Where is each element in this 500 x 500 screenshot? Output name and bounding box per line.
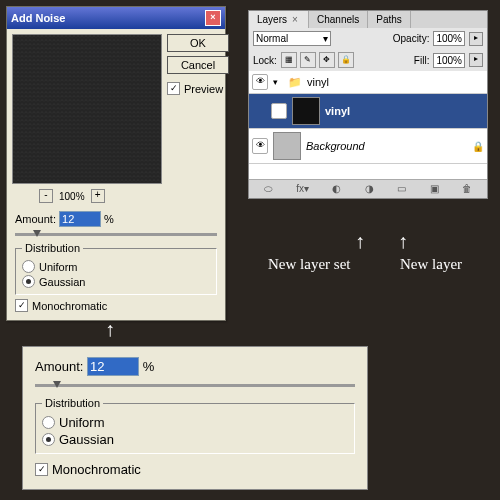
blend-mode-select[interactable]: Normal▾ (253, 31, 331, 46)
close-icon[interactable]: × (290, 14, 300, 25)
distribution-group: Distribution Uniform Gaussian (15, 242, 217, 295)
amount-label: Amount: (35, 359, 83, 374)
dialog-titlebar[interactable]: Add Noise × (7, 7, 225, 29)
uniform-radio[interactable] (42, 416, 55, 429)
distribution-legend: Distribution (22, 242, 83, 254)
visibility-icon[interactable]: 👁 (252, 138, 268, 154)
dialog-title: Add Noise (11, 12, 65, 24)
gaussian-radio[interactable] (42, 433, 55, 446)
layer-row-vinyl[interactable]: 👁 vinyl (249, 94, 487, 129)
lock-transparency-icon[interactable]: ▦ (281, 52, 297, 68)
annotation-new-layer: New layer (400, 256, 462, 273)
monochromatic-checkbox[interactable]: ✓ (15, 299, 28, 312)
ok-button[interactable]: OK (167, 34, 229, 52)
add-noise-dialog: Add Noise × - 100% + OK Cancel ✓ Preview… (6, 6, 226, 321)
noise-preview (12, 34, 162, 184)
layer-row-background[interactable]: 👁 Background 🔒 (249, 129, 487, 164)
amount-input[interactable]: 12 (59, 211, 101, 227)
adjustment-icon[interactable]: ◑ (365, 183, 374, 195)
distribution-legend: Distribution (42, 397, 103, 409)
lock-label: Lock: (253, 55, 277, 66)
amount-slider[interactable] (35, 384, 355, 387)
amount-unit: % (143, 359, 155, 374)
tab-layers[interactable]: Layers× (249, 11, 309, 28)
mask-icon[interactable]: ◐ (332, 183, 341, 195)
panel-footer: ⬭ fx▾ ◐ ◑ ▭ ▣ 🗑 (249, 179, 487, 198)
new-set-icon[interactable]: ▭ (397, 183, 406, 195)
lock-position-icon[interactable]: ✥ (319, 52, 335, 68)
zoomed-detail: Amount: 12 % Distribution Uniform Gaussi… (22, 346, 368, 490)
opacity-label: Opacity: (393, 33, 430, 44)
zoom-out-button[interactable]: - (39, 189, 53, 203)
fill-input[interactable]: 100% (433, 53, 465, 68)
cancel-button[interactable]: Cancel (167, 56, 229, 74)
opacity-flyout-button[interactable]: ▸ (469, 32, 483, 46)
tab-paths[interactable]: Paths (368, 11, 411, 28)
amount-label: Amount: (15, 213, 56, 225)
monochromatic-checkbox[interactable]: ✓ (35, 463, 48, 476)
layer-thumbnail (292, 97, 320, 125)
visibility-icon[interactable]: 👁 (252, 74, 268, 90)
opacity-input[interactable]: 100% (433, 31, 465, 46)
zoom-level: 100% (59, 191, 85, 202)
arrow-icon: ↑ (105, 318, 115, 341)
lock-paint-icon[interactable]: ✎ (300, 52, 316, 68)
uniform-radio[interactable] (22, 260, 35, 273)
layers-panel: Layers× Channels Paths Normal▾ Opacity: … (248, 10, 488, 199)
zoom-in-button[interactable]: + (91, 189, 105, 203)
fill-flyout-button[interactable]: ▸ (469, 53, 483, 67)
amount-unit: % (104, 213, 114, 225)
arrow-icon: ↑ (355, 230, 365, 253)
monochromatic-label: Monochromatic (32, 300, 107, 312)
gaussian-radio[interactable] (22, 275, 35, 288)
amount-slider[interactable] (15, 233, 217, 236)
lock-all-icon[interactable]: 🔒 (338, 52, 354, 68)
preview-label: Preview (184, 83, 223, 95)
fx-icon[interactable]: fx▾ (296, 183, 309, 195)
close-icon[interactable]: × (205, 10, 221, 26)
folder-icon: 📁 (288, 76, 302, 89)
layer-thumbnail (273, 132, 301, 160)
amount-input[interactable]: 12 (87, 357, 139, 376)
arrow-icon: ↑ (398, 230, 408, 253)
trash-icon[interactable]: 🗑 (462, 183, 472, 195)
fill-label: Fill: (414, 55, 430, 66)
annotation-new-set: New layer set (268, 256, 350, 273)
lock-icon: 🔒 (472, 141, 484, 152)
visibility-icon[interactable]: 👁 (271, 103, 287, 119)
layer-name: vinyl (325, 105, 350, 117)
tab-channels[interactable]: Channels (309, 11, 368, 28)
panel-tabs: Layers× Channels Paths (249, 11, 487, 28)
distribution-group: Distribution Uniform Gaussian (35, 397, 355, 454)
link-icon[interactable]: ⬭ (264, 183, 273, 195)
expand-icon[interactable]: ▾ (273, 77, 283, 87)
layer-set-row[interactable]: 👁 ▾ 📁 vinyl (249, 71, 487, 94)
monochromatic-label: Monochromatic (52, 462, 141, 477)
layer-name: Background (306, 140, 365, 152)
new-layer-icon[interactable]: ▣ (430, 183, 439, 195)
preview-checkbox[interactable]: ✓ (167, 82, 180, 95)
layer-set-name: vinyl (307, 76, 329, 88)
